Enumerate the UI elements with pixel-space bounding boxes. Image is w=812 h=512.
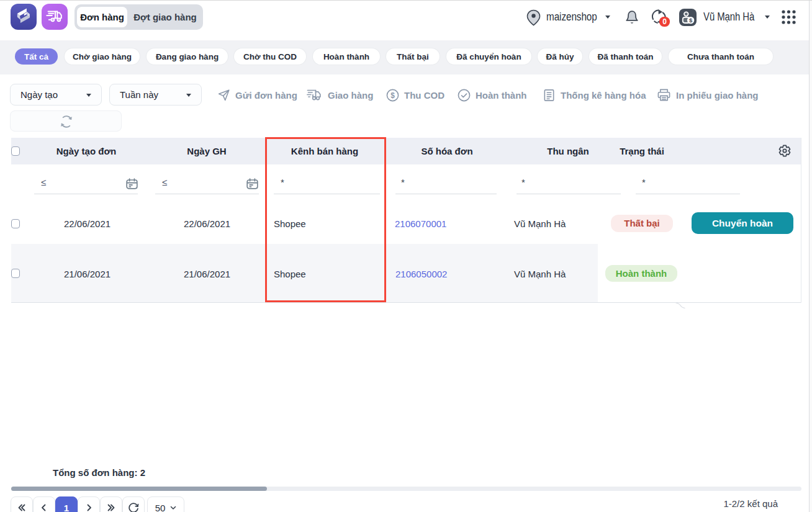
- svg-text:$: $: [689, 17, 693, 24]
- svg-text:$: $: [390, 91, 395, 99]
